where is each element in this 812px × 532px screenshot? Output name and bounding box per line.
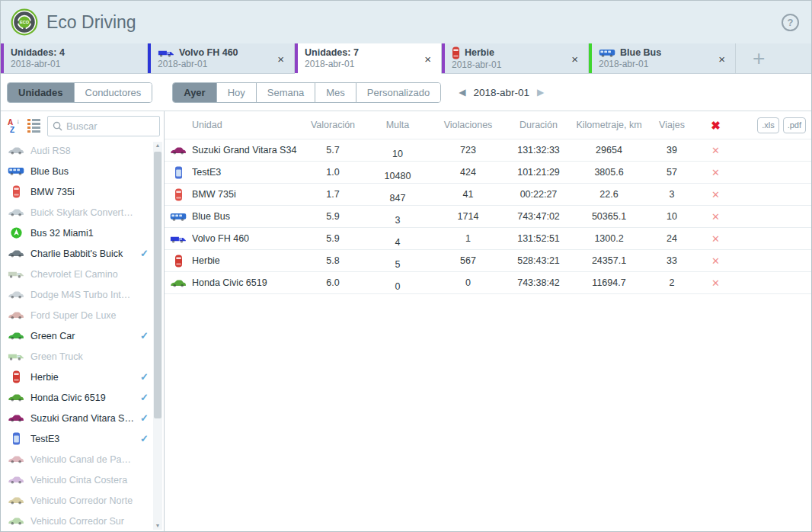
help-icon[interactable]: ? bbox=[782, 14, 799, 31]
page-title: Eco Driving bbox=[46, 12, 136, 33]
table-row[interactable]: Blue Bus 5.9 3 1714 743:47:02 50365.1 10… bbox=[165, 206, 811, 228]
unit-list-item[interactable]: Suzuki Grand Vitara S34 ✓ bbox=[1, 408, 152, 428]
unit-list-item[interactable]: Chevrolet El Camino bbox=[1, 264, 152, 284]
list-view-icon[interactable] bbox=[27, 119, 40, 133]
unit-list-item[interactable]: Herbie ✓ bbox=[1, 367, 152, 387]
delete-row-icon[interactable]: ✕ bbox=[699, 256, 733, 266]
car-icon bbox=[7, 413, 25, 423]
table-row[interactable]: Honda Civic 6519 6.0 0 0 743:38:42 11694… bbox=[165, 272, 811, 294]
row-kilometraje: 1300.2 bbox=[573, 233, 645, 244]
delete-row-icon[interactable]: ✕ bbox=[699, 234, 733, 244]
tab-title: Blue Bus bbox=[620, 47, 661, 59]
row-multa: 5 bbox=[363, 259, 432, 270]
column-unidad: Unidad bbox=[192, 120, 302, 130]
unit-list-item[interactable]: Dodge M4S Turbo Inter… bbox=[1, 284, 152, 305]
delete-row-icon[interactable]: ✕ bbox=[699, 146, 733, 155]
row-viajes: 57 bbox=[645, 167, 699, 178]
scroll-down-icon[interactable]: ▼ bbox=[153, 522, 162, 530]
delete-all-icon[interactable]: ✖ bbox=[699, 120, 733, 131]
export-xls-button[interactable]: .xls bbox=[757, 117, 779, 133]
delete-row-icon[interactable]: ✕ bbox=[699, 168, 733, 178]
table-row[interactable]: Suzuki Grand Vitara S34 5.7 10 723 131:3… bbox=[165, 139, 811, 162]
car-icon bbox=[7, 207, 25, 217]
table-row[interactable]: Volvo FH 460 5.9 4 1 131:52:51 1300.2 24… bbox=[165, 228, 811, 250]
scroll-up-icon[interactable]: ▲ bbox=[153, 142, 162, 149]
table-row[interactable]: BMW 735i 1.7 847 41 00:22:27 22.6 3 ✕ bbox=[165, 184, 811, 206]
unit-list-item[interactable]: Bus 32 Miami1 bbox=[1, 223, 152, 243]
unit-list-item[interactable]: Honda Civic 6519 ✓ bbox=[1, 387, 152, 408]
scrollbar-thumb[interactable] bbox=[154, 152, 161, 418]
unit-list-item[interactable]: Ford Super De Luxe bbox=[1, 305, 152, 325]
tab-accent-bar bbox=[295, 43, 298, 73]
next-date-icon[interactable]: ▶ bbox=[537, 87, 544, 98]
car-icon bbox=[7, 495, 25, 505]
unit-list-item[interactable]: Audi RS8 bbox=[1, 140, 152, 161]
row-duracion: 743:38:42 bbox=[504, 277, 573, 288]
report-tab[interactable]: Volvo FH 460 2018-abr-01 × bbox=[148, 43, 295, 74]
period-option-semana[interactable]: Semana bbox=[256, 83, 315, 102]
car-icon bbox=[7, 146, 25, 155]
unit-list-item[interactable]: Green Car ✓ bbox=[1, 325, 152, 346]
unit-list-item[interactable]: Vehiculo Canal de Pan… bbox=[1, 449, 152, 470]
check-icon: ✓ bbox=[135, 392, 149, 403]
report-table-body: Suzuki Grand Vitara S34 5.7 10 723 131:3… bbox=[165, 139, 811, 294]
mode-option-conductores[interactable]: Conductores bbox=[74, 83, 152, 102]
table-row[interactable]: TestE3 1.0 10480 424 101:21:29 3805.6 57… bbox=[165, 162, 811, 184]
sort-az-icon[interactable]: A ↓ Z bbox=[8, 120, 21, 133]
export-pdf-button[interactable]: .pdf bbox=[783, 117, 806, 133]
unit-list-item[interactable]: Vehiculo Corredor Norte bbox=[1, 490, 152, 511]
row-violaciones: 0 bbox=[432, 277, 504, 288]
unit-name: Green Car bbox=[30, 331, 135, 341]
row-valoracion: 5.9 bbox=[302, 211, 363, 222]
row-violaciones: 424 bbox=[432, 167, 504, 178]
period-option-ayer[interactable]: Ayer bbox=[173, 83, 216, 102]
row-multa: 3 bbox=[363, 215, 432, 226]
period-option-hoy[interactable]: Hoy bbox=[216, 83, 256, 102]
prev-date-icon[interactable]: ◀ bbox=[459, 87, 465, 98]
unit-list-item[interactable]: Blue Bus bbox=[1, 161, 152, 181]
unit-name: Audi RS8 bbox=[30, 146, 135, 156]
bus-icon bbox=[7, 166, 25, 176]
close-icon[interactable]: × bbox=[718, 52, 725, 65]
row-valoracion: 1.0 bbox=[302, 167, 363, 178]
unit-list-item[interactable]: Vehiculo Cinta Costera bbox=[1, 470, 152, 490]
report-tab[interactable]: Unidades: 7 2018-abr-01 × bbox=[295, 43, 442, 74]
close-icon[interactable]: × bbox=[571, 52, 578, 65]
row-duracion: 743:47:02 bbox=[504, 211, 573, 222]
search-input[interactable] bbox=[62, 120, 159, 133]
row-multa: 4 bbox=[363, 237, 432, 248]
car-icon bbox=[7, 290, 25, 300]
row-kilometraje: 29654 bbox=[573, 145, 645, 155]
delete-row-icon[interactable]: ✕ bbox=[699, 190, 733, 200]
report-tab[interactable]: Unidades: 4 2018-abr-01 bbox=[1, 43, 148, 74]
unit-name: Chevrolet El Camino bbox=[30, 269, 135, 280]
period-option-personalizado[interactable]: Personalizado bbox=[356, 83, 440, 102]
car-top-icon bbox=[165, 188, 192, 201]
row-violaciones: 567 bbox=[432, 255, 504, 266]
report-tab[interactable]: Blue Bus 2018-abr-01 × bbox=[589, 43, 736, 74]
new-tab-button[interactable]: + bbox=[736, 43, 811, 74]
unit-list-item[interactable]: Buick Skylark Convertible bbox=[1, 202, 152, 223]
unit-name: Buick Skylark Convertible bbox=[30, 207, 135, 218]
delete-row-icon[interactable]: ✕ bbox=[699, 212, 733, 222]
close-icon[interactable]: × bbox=[424, 52, 431, 65]
unit-list-item[interactable]: Vehiculo Corredor Sur bbox=[1, 511, 152, 531]
close-icon[interactable]: × bbox=[277, 52, 284, 65]
delete-row-icon[interactable]: ✕ bbox=[699, 278, 733, 288]
report-tab[interactable]: Herbie 2018-abr-01 × bbox=[442, 43, 589, 74]
tab-date: 2018-abr-01 bbox=[599, 59, 661, 70]
unit-name: Charlie Babbit's Buick bbox=[30, 248, 135, 259]
unit-list-item[interactable]: BMW 735i bbox=[1, 181, 152, 202]
unit-name: Vehiculo Corredor Norte bbox=[30, 495, 135, 506]
row-viajes: 3 bbox=[645, 189, 699, 200]
unit-list-item[interactable]: TestE3 ✓ bbox=[1, 428, 152, 449]
table-row[interactable]: Herbie 5.8 5 567 528:43:21 24357.1 33 ✕ bbox=[165, 250, 811, 272]
column-multa: Multa bbox=[363, 120, 432, 130]
plus-icon: + bbox=[753, 48, 765, 69]
period-option-mes[interactable]: Mes bbox=[315, 83, 356, 102]
unit-list-item[interactable]: Green Truck bbox=[1, 346, 152, 367]
unit-list-item[interactable]: Charlie Babbit's Buick ✓ bbox=[1, 243, 152, 264]
sidebar-scrollbar: ▲ ▼ bbox=[153, 142, 162, 530]
row-unit-name: Suzuki Grand Vitara S34 bbox=[192, 145, 302, 155]
mode-option-unidades[interactable]: Unidades bbox=[8, 83, 74, 102]
